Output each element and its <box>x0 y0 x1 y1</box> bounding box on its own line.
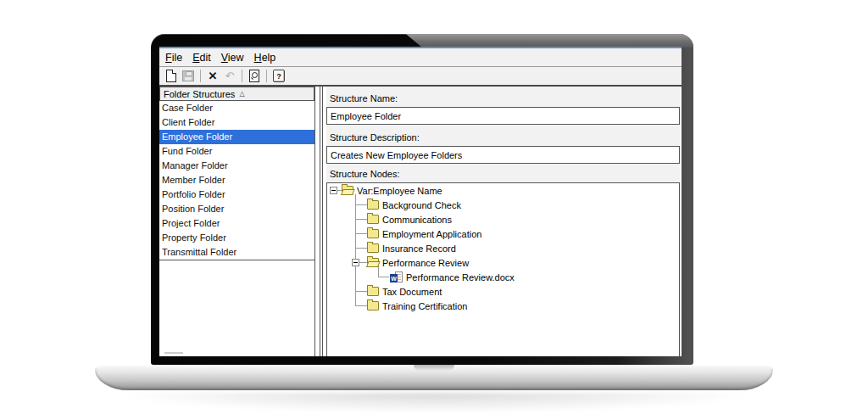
new-document-button[interactable] <box>164 69 179 84</box>
tree-node-folder[interactable]: Insurance Record <box>327 241 679 255</box>
tree-connector <box>355 219 367 220</box>
list-item-member-folder[interactable]: Member Folder <box>159 173 314 187</box>
folder-icon <box>367 215 379 224</box>
folder-structures-panel: Folder Structures △ Case Folder Client F… <box>159 87 315 356</box>
structure-name-label: Structure Name: <box>326 87 680 107</box>
bezel-reflection <box>151 34 693 48</box>
list-item-transmittal-folder[interactable]: Transmittal Folder <box>159 245 314 260</box>
save-button[interactable] <box>181 69 196 84</box>
structure-name-input[interactable]: Employee Folder <box>326 107 680 125</box>
list-item-fund-folder[interactable]: Fund Folder <box>159 144 314 159</box>
tree-connector <box>355 248 367 249</box>
tree-node-folder[interactable]: Tax Document <box>327 284 679 299</box>
menu-bar: File Edit View Help <box>159 48 682 67</box>
tree-node-root[interactable]: Var:Employee Name <box>327 183 679 198</box>
tree-connector <box>355 291 367 292</box>
list-item-employee-folder[interactable]: Employee Folder <box>159 130 314 144</box>
menu-edit[interactable]: Edit <box>192 52 211 64</box>
undo-button[interactable]: ↶ <box>222 69 237 84</box>
toolbar: ✕ ↶ ? <box>159 67 682 87</box>
scroll-grip <box>164 352 183 354</box>
folder-icon <box>367 229 379 238</box>
tree-connector <box>355 233 367 234</box>
folder-icon <box>367 301 379 310</box>
print-preview-icon <box>249 70 259 82</box>
print-preview-button[interactable] <box>247 69 262 84</box>
list-item-project-folder[interactable]: Project Folder <box>159 216 314 231</box>
structure-description-input[interactable]: Creates New Employee Folders <box>326 146 680 164</box>
tree-connector <box>359 262 367 263</box>
menu-help[interactable]: Help <box>254 52 276 64</box>
sort-ascending-icon: △ <box>239 90 244 98</box>
folder-icon <box>367 200 379 210</box>
list-item-manager-folder[interactable]: Manager Folder <box>159 159 314 173</box>
help-button[interactable]: ? <box>271 69 287 84</box>
tree-node-docx-file[interactable]: W Performance Review.docx <box>327 270 679 284</box>
collapse-toggle-icon[interactable] <box>352 259 359 266</box>
panel-splitter[interactable] <box>315 87 326 356</box>
structure-detail-panel: Structure Name: Employee Folder Structur… <box>326 87 682 356</box>
undo-icon: ↶ <box>225 70 235 81</box>
screen: File Edit View Help ✕ ↶ ? <box>159 47 682 356</box>
list-end-divider <box>159 260 314 260</box>
tree-connector <box>355 305 367 306</box>
folder-icon <box>367 287 379 296</box>
tree-connector <box>355 204 367 205</box>
app-window: File Edit View Help ✕ ↶ ? <box>159 48 682 356</box>
delete-icon: ✕ <box>209 70 218 81</box>
collapse-toggle-icon[interactable] <box>330 187 337 194</box>
save-icon <box>182 70 194 81</box>
tree-node-performance-review[interactable]: Performance Review <box>327 255 679 270</box>
toolbar-separator <box>200 70 201 82</box>
list-item-property-folder[interactable]: Property Folder <box>159 231 314 245</box>
laptop-reflection <box>112 393 756 413</box>
laptop-screen-bezel: File Edit View Help ✕ ↶ ? <box>151 34 693 365</box>
new-document-icon <box>166 70 176 82</box>
tree-node-folder[interactable]: Communications <box>327 212 679 227</box>
structure-nodes-tree: Var:Employee Name Background Check Commu… <box>326 182 680 356</box>
open-folder-icon <box>342 186 353 195</box>
list-item-client-folder[interactable]: Client Folder <box>159 115 314 130</box>
laptop-base-notch <box>414 365 454 371</box>
menu-view[interactable]: View <box>221 52 244 64</box>
toolbar-separator <box>266 70 267 82</box>
folder-icon <box>367 243 379 253</box>
structure-description-label: Structure Description: <box>326 125 680 146</box>
open-folder-icon <box>367 258 379 267</box>
tree-connector <box>378 277 389 277</box>
structure-nodes-label: Structure Nodes: <box>326 164 680 182</box>
toolbar-separator <box>242 70 242 82</box>
menu-file[interactable]: File <box>165 52 182 64</box>
help-icon: ? <box>273 70 285 82</box>
tree-node-folder[interactable]: Background Check <box>327 198 679 212</box>
main-area: Folder Structures △ Case Folder Client F… <box>159 87 682 356</box>
folder-structures-header[interactable]: Folder Structures △ <box>159 87 314 101</box>
tree-node-folder[interactable]: Training Certification <box>327 299 679 313</box>
delete-button[interactable]: ✕ <box>205 69 220 84</box>
list-item-position-folder[interactable]: Position Folder <box>159 202 314 216</box>
list-item-case-folder[interactable]: Case Folder <box>159 101 314 115</box>
word-document-icon: W <box>390 271 403 283</box>
folder-structures-header-label: Folder Structures <box>164 89 235 99</box>
list-item-portfolio-folder[interactable]: Portfolio Folder <box>159 187 314 202</box>
tree-node-folder[interactable]: Employment Application <box>327 227 679 241</box>
